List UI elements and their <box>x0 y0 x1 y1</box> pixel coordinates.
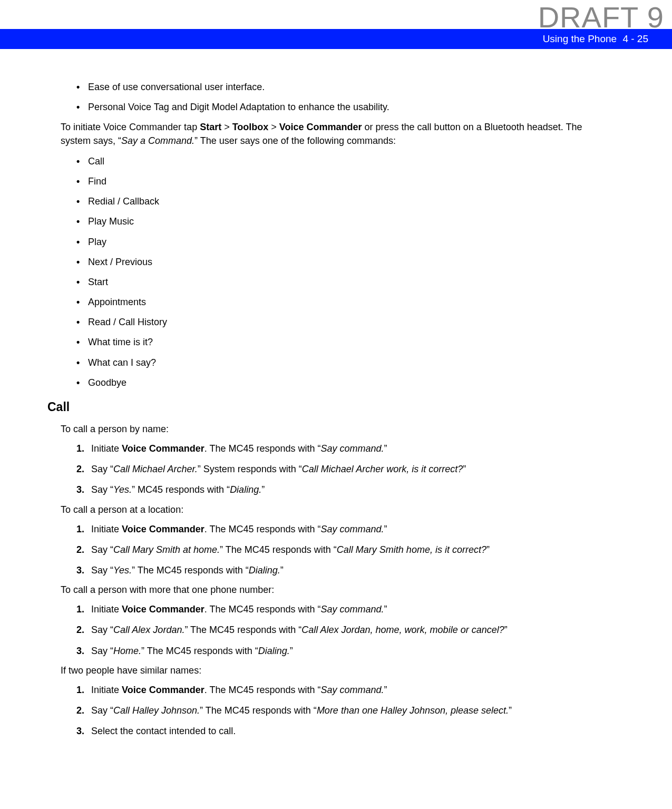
italic-text: Dialing. <box>258 646 290 656</box>
text: ” <box>509 705 512 716</box>
list-item: 3.Say “Yes.” MC45 responds with “Dialing… <box>76 483 611 496</box>
bold-text: Start <box>200 122 221 132</box>
text: Say “ <box>91 565 113 576</box>
text: ” The MC45 responds with “ <box>200 705 317 716</box>
command-bullet-list: Call Find Redial / Callback Play Music P… <box>61 155 611 389</box>
text: ” <box>280 565 284 576</box>
list-item: 3.Say “Home.” The MC45 responds with “Di… <box>76 645 611 658</box>
text: Say “ <box>91 464 113 474</box>
call-location-intro: To call a person at a location: <box>61 504 611 515</box>
text: ” <box>384 524 387 534</box>
call-name-intro: To call a person by name: <box>61 424 611 435</box>
list-item: Call <box>76 155 611 168</box>
text: > <box>268 122 279 132</box>
italic-text: Say command. <box>321 604 384 615</box>
list-item: 1.Initiate Voice Commander. The MC45 res… <box>76 523 611 536</box>
italic-text: Call Michael Archer work, is it correct? <box>302 464 463 474</box>
header-page-number: 4 - 25 <box>622 33 648 44</box>
step-number: 3. <box>76 725 91 738</box>
list-item: Play <box>76 236 611 249</box>
intro-paragraph: To initiate Voice Commander tap Start > … <box>61 121 611 147</box>
step-number: 3. <box>76 564 91 577</box>
text: ” <box>290 646 293 656</box>
bold-text: Voice Commander <box>122 685 204 695</box>
bold-text: Voice Commander <box>279 122 362 132</box>
list-item: Next / Previous <box>76 256 611 269</box>
bold-text: Toolbox <box>232 122 269 132</box>
text: ” The MC45 responds with “ <box>184 625 301 635</box>
list-item: Goodbye <box>76 376 611 389</box>
step-number: 2. <box>76 704 91 717</box>
list-item: Personal Voice Tag and Digit Model Adapt… <box>76 101 611 114</box>
italic-text: Call Alex Jordan, home, work, mobile or … <box>301 625 504 635</box>
italic-text: More than one Halley Johnson, please sel… <box>317 705 509 716</box>
italic-text: Call Mary Smith home, is it correct? <box>337 544 486 555</box>
list-item: Find <box>76 175 611 188</box>
page-content: Ease of use conversational user interfac… <box>0 49 672 761</box>
list-item: 2.Say “Call Mary Smith at home.” The MC4… <box>76 543 611 557</box>
text: Say “ <box>91 646 113 656</box>
text: ” The MC45 responds with “ <box>220 544 337 555</box>
text: ” MC45 responds with “ <box>132 484 230 495</box>
text: Say “ <box>91 625 113 635</box>
list-item: Start <box>76 276 611 289</box>
call-name-steps: 1.Initiate Voice Commander. The MC45 res… <box>61 442 611 497</box>
list-item: Redial / Callback <box>76 195 611 208</box>
text: ” System responds with “ <box>198 464 302 474</box>
text: ” <box>261 484 265 495</box>
list-item: 1.Initiate Voice Commander. The MC45 res… <box>76 603 611 616</box>
list-item: 1.Initiate Voice Commander. The MC45 res… <box>76 684 611 697</box>
text: Initiate <box>91 604 122 615</box>
bold-text: Voice Commander <box>122 604 204 615</box>
italic-text: Call Alex Jordan. <box>113 625 184 635</box>
text: ” The user says one of the following com… <box>194 135 396 146</box>
italic-text: Call Mary Smith at home. <box>113 544 220 555</box>
italic-text: Say command. <box>321 443 384 454</box>
text: ” <box>384 604 387 615</box>
call-multi-steps: 1.Initiate Voice Commander. The MC45 res… <box>61 603 611 658</box>
italic-text: Home. <box>113 646 141 656</box>
list-item: 2.Say “Call Halley Johnson.” The MC45 re… <box>76 704 611 717</box>
text: Select the contact intended to call. <box>91 726 236 736</box>
list-item: 1.Initiate Voice Commander. The MC45 res… <box>76 442 611 455</box>
italic-text: Yes. <box>113 565 132 576</box>
list-item: 3.Say “Yes.” The MC45 responds with “Dia… <box>76 564 611 577</box>
text: . The MC45 responds with “ <box>204 443 321 454</box>
list-item: What time is it? <box>76 336 611 349</box>
section-heading-call: Call <box>47 400 611 414</box>
step-number: 1. <box>76 684 91 697</box>
text: ” The MC45 responds with “ <box>141 646 258 656</box>
step-number: 2. <box>76 623 91 637</box>
bold-text: Voice Commander <box>122 443 204 454</box>
intro-bullet-list: Ease of use conversational user interfac… <box>61 81 611 114</box>
text: ” <box>504 625 508 635</box>
list-item: 3.Select the contact intended to call. <box>76 725 611 738</box>
text: > <box>221 122 232 132</box>
step-number: 2. <box>76 543 91 557</box>
call-location-steps: 1.Initiate Voice Commander. The MC45 res… <box>61 523 611 578</box>
text: ” <box>384 685 387 695</box>
italic-text: Call Michael Archer. <box>113 464 198 474</box>
list-item: 2.Say “Call Alex Jordan.” The MC45 respo… <box>76 623 611 637</box>
text: ” <box>463 464 466 474</box>
italic-text: Yes. <box>113 484 132 495</box>
text: . The MC45 responds with “ <box>204 524 321 534</box>
text: Initiate <box>91 524 122 534</box>
header-title: Using the Phone <box>543 33 617 44</box>
step-number: 3. <box>76 483 91 496</box>
call-similar-steps: 1.Initiate Voice Commander. The MC45 res… <box>61 684 611 738</box>
call-similar-intro: If two people have similar names: <box>61 665 611 676</box>
text: Initiate <box>91 685 122 695</box>
draft-watermark: DRAFT 9 <box>538 0 664 34</box>
italic-text: Call Halley Johnson. <box>113 705 200 716</box>
text: ” The MC45 responds with “ <box>132 565 249 576</box>
italic-text: Say a Command. <box>121 135 194 146</box>
list-item: Play Music <box>76 215 611 228</box>
text: . The MC45 responds with “ <box>204 604 321 615</box>
italic-text: Say command. <box>321 524 384 534</box>
text: To initiate Voice Commander tap <box>61 122 200 132</box>
text: Say “ <box>91 544 113 555</box>
list-item: Appointments <box>76 296 611 309</box>
list-item: What can I say? <box>76 356 611 369</box>
italic-text: Dialing. <box>249 565 280 576</box>
